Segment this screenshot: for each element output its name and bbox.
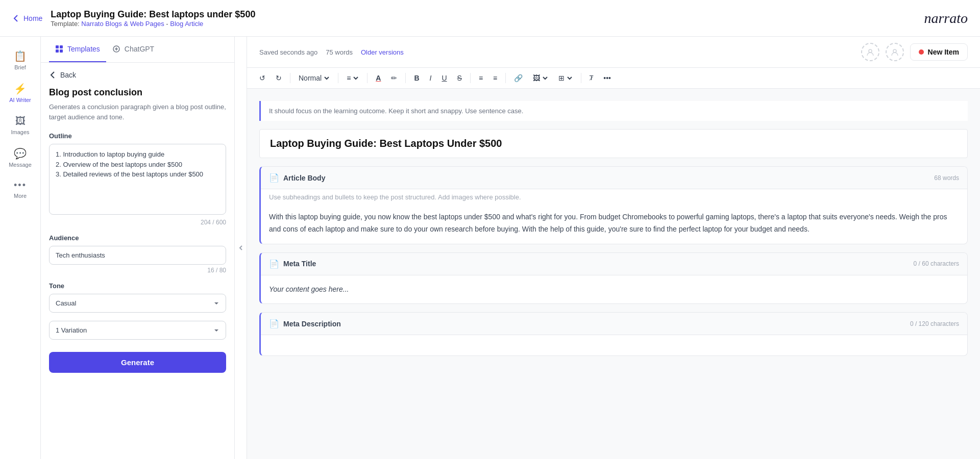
page-title: Laptop Buying Guide: Best laptops under … [51, 9, 255, 20]
numbered-list-icon: ≡ [493, 74, 497, 82]
panel-content: Back Blog post conclusion Generates a co… [41, 63, 234, 459]
format-select[interactable]: Normal [295, 72, 334, 84]
outline-field-group: Outline 204 / 600 [49, 132, 226, 226]
template-info: Template: Narrato Blogs & Web Pages - Bl… [51, 20, 255, 28]
font-color-icon: A [376, 74, 381, 82]
toolbar-divider-7 [581, 73, 581, 83]
word-count: 75 words [326, 48, 353, 56]
numbered-list-button[interactable]: ≡ [489, 72, 501, 84]
home-label: Home [23, 14, 42, 22]
more-options-icon: ••• [603, 74, 611, 82]
editor-content: It should focus on the learning outcome.… [247, 89, 980, 459]
align-select[interactable]: ≡ [342, 72, 363, 84]
tone-select[interactable]: Casual Formal Friendly Professional [49, 294, 226, 313]
image-icon: 🖼 [533, 74, 540, 82]
home-link[interactable]: Home [12, 14, 42, 22]
format-chevron-icon [324, 75, 330, 81]
align-chevron-icon [353, 75, 359, 81]
template-label: Template: [51, 20, 79, 28]
meta-title-section: 📄 Meta Title 0 / 60 characters Your cont… [259, 252, 968, 304]
tab-chatgpt[interactable]: ChatGPT [106, 37, 160, 62]
strikethrough-button[interactable]: S [453, 72, 466, 84]
sidebar-item-more[interactable]: ••• More [2, 175, 39, 204]
sidebar-item-brief[interactable]: 📋 Brief [2, 45, 39, 75]
template-desc: Generates a conclusion paragraph given a… [49, 102, 226, 122]
meta-title-icon: 📄 [269, 259, 279, 269]
bullet-list-button[interactable]: ≡ [475, 72, 487, 84]
logo: narrato [924, 10, 968, 27]
highlight-button[interactable]: ✏ [387, 72, 401, 84]
back-label: Back [60, 71, 76, 79]
link-icon: 🔗 [514, 74, 523, 82]
article-body-header: 📄 Article Body 68 words [261, 167, 967, 189]
editor-topbar: Saved seconds ago 75 words Older version… [247, 37, 980, 68]
image-select[interactable]: 🖼 [529, 72, 552, 84]
meta-desc-body[interactable] [261, 335, 967, 355]
svg-point-5 [869, 49, 872, 53]
meta-title-body[interactable]: Your content goes here... [261, 275, 967, 304]
font-color-button[interactable]: A [372, 72, 385, 84]
meta-title-placeholder: Your content goes here... [269, 284, 959, 296]
underline-button[interactable]: U [437, 72, 451, 84]
redo-button[interactable]: ↻ [272, 72, 286, 84]
sidebar-label-more: More [14, 193, 27, 199]
toolbar: ↺ ↻ Normal ≡ A ✏ [247, 68, 980, 89]
meta-desc-section: 📄 Meta Description 0 / 120 characters [259, 312, 968, 356]
image-chevron-icon [542, 75, 548, 81]
undo-button[interactable]: ↺ [255, 72, 270, 84]
collapse-panel-button[interactable] [235, 37, 247, 459]
older-versions-link[interactable]: Older versions [361, 48, 404, 56]
audience-field-group: Audience 16 / 80 [49, 234, 226, 274]
strikethrough-icon: S [457, 74, 462, 82]
title-block: Laptop Buying Guide: Best Laptops Under … [259, 129, 968, 158]
sidebar-item-message[interactable]: 💬 Message [2, 142, 39, 173]
more-options-button[interactable]: ••• [599, 72, 615, 84]
meta-desc-header: 📄 Meta Description 0 / 120 characters [261, 313, 967, 335]
article-body-title: Article Body [283, 174, 325, 182]
new-item-label: New Item [928, 48, 959, 56]
bullet-list-icon: ≡ [479, 74, 483, 82]
variation-field-group: 1 Variation 2 Variations 3 Variations [49, 321, 226, 340]
panel-tabs: Templates ChatGPT [41, 37, 234, 63]
article-body-hint: Use subheadings and bullets to keep the … [261, 189, 967, 203]
sidebar-label-message: Message [9, 162, 32, 168]
link-button[interactable]: 🔗 [510, 72, 527, 84]
italic-button[interactable]: I [426, 72, 436, 84]
template-link-2[interactable]: Blog Article [170, 20, 203, 28]
outline-label: Outline [49, 132, 226, 140]
editor-hint-text: It should focus on the learning outcome.… [269, 107, 523, 115]
meta-title-char-count: 0 / 60 characters [914, 260, 959, 267]
toolbar-divider-1 [290, 73, 290, 83]
tab-chatgpt-label: ChatGPT [125, 45, 154, 53]
editor-hint-block: It should focus on the learning outcome.… [259, 101, 968, 121]
more-icon: ••• [14, 180, 27, 191]
article-body-content[interactable]: With this laptop buying guide, you now k… [261, 203, 967, 244]
toolbar-divider-2 [338, 73, 338, 83]
outline-textarea[interactable] [49, 144, 226, 215]
bold-button[interactable]: B [410, 72, 423, 84]
toolbar-divider-3 [367, 73, 368, 83]
sidebar-item-images[interactable]: 🖼 Images [2, 110, 39, 140]
new-item-button[interactable]: New Item [910, 43, 968, 61]
header-left: Home Laptop Buying Guide: Best laptops u… [12, 9, 255, 28]
article-body-section: 📄 Article Body 68 words Use subheadings … [259, 166, 968, 244]
variation-select[interactable]: 1 Variation 2 Variations 3 Variations [49, 321, 226, 340]
generate-button[interactable]: Generate [49, 352, 226, 373]
meta-title-title: Meta Title [283, 260, 316, 268]
template-link-1[interactable]: Narrato Blogs & Web Pages [81, 20, 164, 28]
svg-point-6 [893, 49, 896, 53]
meta-desc-char-count: 0 / 120 characters [910, 320, 959, 327]
sidebar-label-images: Images [11, 129, 29, 135]
page-title-block: Laptop Buying Guide: Best laptops under … [51, 9, 255, 28]
tab-templates[interactable]: Templates [49, 37, 106, 62]
audience-input[interactable] [49, 246, 226, 265]
clear-format-button[interactable]: T̷ [585, 72, 597, 84]
top-header: Home Laptop Buying Guide: Best laptops u… [0, 0, 980, 37]
main-layout: 📋 Brief ⚡ AI Writer 🖼 Images 💬 Message •… [0, 37, 980, 459]
sidebar-item-ai-writer[interactable]: ⚡ AI Writer [2, 78, 39, 108]
highlight-icon: ✏ [391, 74, 397, 82]
meta-desc-header-left: 📄 Meta Description [269, 319, 341, 328]
saved-status: Saved seconds ago [259, 48, 317, 56]
back-button[interactable]: Back [49, 71, 226, 79]
table-select[interactable]: ⊞ [554, 72, 577, 84]
